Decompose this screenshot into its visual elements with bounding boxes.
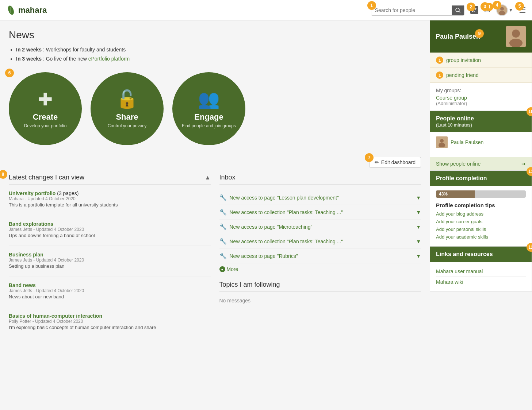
more-link[interactable]: ● More — [219, 266, 238, 272]
wrench-icon-3: 🔧 — [219, 238, 227, 245]
inbox-item-2-chevron[interactable]: ▼ — [416, 224, 421, 230]
group-name-link[interactable]: Course group — [436, 95, 526, 101]
inbox-item-2-left: 🔧 New access to page "Microteaching" — [219, 223, 313, 230]
create-icon: ✚ — [38, 89, 53, 109]
wrench-icon-0: 🔧 — [219, 194, 227, 201]
engage-subtitle: Find people and join groups — [182, 123, 236, 128]
svg-point-7 — [512, 30, 520, 38]
notif-badge-0: 1 — [436, 57, 443, 64]
search-button[interactable] — [452, 5, 464, 15]
notif-link-1[interactable]: pending friend — [446, 72, 479, 78]
logo[interactable]: mahara — [6, 5, 47, 15]
change-item-4-link[interactable]: Basics of human-computer interaction — [9, 313, 102, 319]
inbox-item-1-link[interactable]: New access to collection "Plan tasks: Te… — [230, 209, 343, 215]
resource-link-1[interactable]: Mahara wiki — [436, 277, 526, 287]
person-avatar-0 — [436, 136, 448, 148]
step-1-badge: 1 — [367, 1, 376, 10]
inbox-item-3-link[interactable]: New access to collection "Plan tasks: Te… — [230, 239, 343, 244]
people-online-title: People online — [436, 115, 526, 122]
engage-circle[interactable]: 👥 Engage Find people and join groups — [172, 72, 245, 145]
latest-changes-collapse-button[interactable]: ▲ — [205, 174, 211, 181]
change-item-1: Band explorations James Jetts - Updated … — [9, 221, 211, 238]
change-item-1-meta: James Jetts - Updated 4 October 2020 — [9, 227, 211, 232]
inbox-item-0-left: 🔧 New access to page "Lesson plan develo… — [219, 194, 339, 201]
person-name-0[interactable]: Paula Paulsen — [451, 139, 483, 145]
create-circle[interactable]: ✚ Create Develop your portfolio — [9, 72, 82, 145]
menu-icon-wrapper: 5 ☰ — [519, 5, 526, 15]
show-online-arrow-icon: ➔ — [521, 161, 526, 167]
change-item-3-meta: James Jetts - Updated 4 October 2020 — [9, 288, 211, 293]
edit-dashboard-row: 7 ✏ Edit dashboard — [9, 157, 421, 168]
wrench-icon-4: 🔧 — [219, 252, 227, 259]
news-item-1-text: : Workshops for faculty and students — [43, 47, 126, 53]
engage-title: Engage — [194, 112, 223, 122]
share-icon: 🔓 — [116, 89, 138, 109]
logo-leaf-icon — [6, 5, 16, 15]
news-item-2-link[interactable]: ePortfolio platform — [88, 56, 130, 62]
inbox-header: Inbox — [219, 174, 421, 185]
share-circle[interactable]: 🔓 Share Control your privacy — [91, 72, 164, 145]
news-item-2-text: : Go live of the new — [43, 56, 88, 62]
change-item-3-link[interactable]: Band news — [9, 282, 36, 288]
latest-changes-title: Latest changes I can view — [9, 174, 84, 181]
show-online-button[interactable]: Show people online ➔ — [430, 157, 532, 170]
share-title: Share — [116, 112, 138, 122]
content-area: News In 2 weeks : Workshops for faculty … — [0, 20, 430, 346]
inbox-item-1-chevron[interactable]: ▼ — [416, 209, 421, 215]
engage-icon: 👥 — [198, 89, 220, 109]
people-online-header: 10 People online (Last 10 minutes) — [430, 111, 532, 132]
notif-item-0[interactable]: 1 group invitation — [430, 53, 532, 68]
step-8-badge: 8 — [0, 170, 7, 179]
completion-tip-1[interactable]: Add your career goals — [436, 219, 526, 224]
notif-badge-1: 1 — [436, 71, 443, 79]
people-online-section: 10 People online (Last 10 minutes) Paula… — [430, 111, 532, 171]
inbox-item-4-link[interactable]: New access to page "Rubrics" — [230, 253, 298, 259]
create-title: Create — [33, 112, 58, 122]
profile-completion-header: 11 Profile completion — [430, 171, 532, 186]
inbox-item-0: 🔧 New access to page "Lesson plan develo… — [219, 190, 421, 205]
svg-point-10 — [440, 139, 444, 143]
change-item-4-meta: Polly Potter - Updated 4 October 2020 — [9, 319, 211, 324]
latest-changes-header: 8 Latest changes I can view ▲ — [9, 174, 211, 185]
step-5-badge: 5 — [515, 2, 524, 11]
change-item-1-link[interactable]: Band explorations — [9, 221, 53, 227]
change-item-0: University portfolio (3 pages) Mahara - … — [9, 190, 211, 208]
notif-link-0[interactable]: group invitation — [446, 57, 481, 63]
news-item-1: In 2 weeks : Workshops for faculty and s… — [16, 45, 421, 54]
user-card: 9 Paula Paulsen — [430, 20, 532, 53]
links-resources-section: 12 Links and resources Mahara user manua… — [430, 247, 532, 292]
search-input[interactable] — [371, 5, 452, 15]
inbox-item-0-link[interactable]: New access to page "Lesson plan developm… — [230, 195, 339, 201]
change-item-2-link[interactable]: Business plan — [9, 252, 43, 258]
people-online-body: Paula Paulsen — [430, 132, 532, 157]
notif-item-1[interactable]: 1 pending friend — [430, 68, 532, 83]
share-subtitle: Control your privacy — [108, 123, 147, 128]
step-9-wrapper: 9 Paula Paulsen — [436, 33, 480, 40]
completion-tip-2[interactable]: Add your personal skills — [436, 227, 526, 232]
change-item-0-link[interactable]: University portfolio — [9, 190, 56, 196]
person-avatar-icon-0 — [437, 137, 447, 147]
profile-completion-section: 11 Profile completion 43% Profile comple… — [430, 171, 532, 247]
inbox-item-2: 🔧 New access to page "Microteaching" ▼ — [219, 220, 421, 234]
latest-changes-title-wrapper: 8 Latest changes I can view — [9, 174, 84, 181]
action-circles: 6 ✚ Create Develop your portfolio 🔓 Shar… — [9, 72, 421, 145]
inbox-item-0-chevron[interactable]: ▼ — [416, 195, 421, 201]
show-online-label: Show people online — [436, 161, 481, 167]
inbox-item-4-chevron[interactable]: ▼ — [416, 253, 421, 259]
completion-tip-0[interactable]: Add your blog address — [436, 211, 526, 217]
inbox-item-4-left: 🔧 New access to page "Rubrics" — [219, 252, 298, 259]
search-icon — [455, 8, 460, 13]
group-role: (Administrator) — [436, 101, 526, 106]
step-12-badge: 12 — [527, 243, 532, 252]
latest-changes: 8 Latest changes I can view ▲ University… — [9, 174, 211, 337]
inbox-item-2-link[interactable]: New access to page "Microteaching" — [230, 224, 313, 230]
completion-tip-3[interactable]: Add your academic skills — [436, 234, 526, 240]
edit-dashboard-button[interactable]: ✏ Edit dashboard — [369, 157, 421, 168]
header: mahara 1 2 Az 3 ✉ — [0, 0, 532, 20]
inbox-item-3-chevron[interactable]: ▼ — [416, 239, 421, 244]
topics-section: Topics I am following No messages — [219, 281, 421, 303]
news-item-2: In 3 weeks : Go live of the new ePortfol… — [16, 54, 421, 63]
user-name: Paula Paulsen — [436, 33, 480, 40]
completion-tips-title: Profile completion tips — [436, 202, 526, 208]
resource-link-0[interactable]: Mahara user manual — [436, 266, 526, 277]
